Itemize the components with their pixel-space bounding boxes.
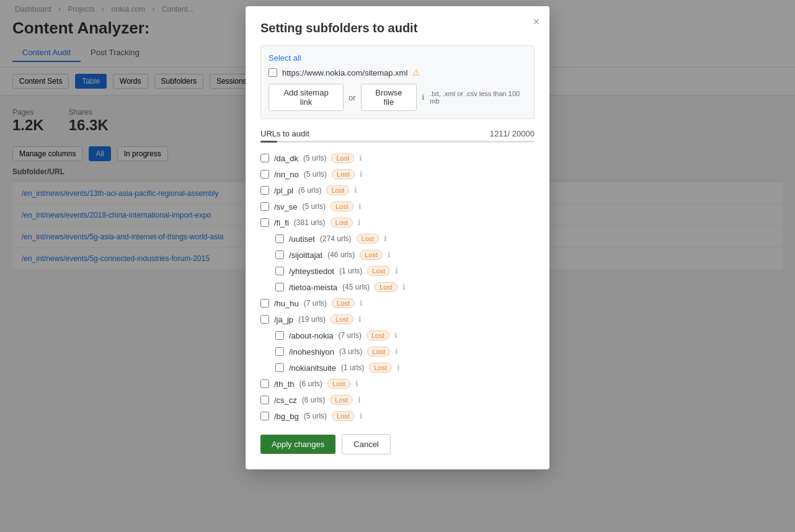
or-text: or [349,93,356,102]
subfolder-item-bg-bg: /bg_bg (5 urls) Lost ℹ [260,408,535,424]
urls-count: 1211/ 20000 [490,129,535,138]
subfolder-checkbox-th-th[interactable] [260,379,269,388]
urls-progress-bar-container [260,141,535,143]
add-sitemap-link-button[interactable]: Add sitemap link [269,84,344,111]
cancel-button[interactable]: Cancel [342,434,390,454]
sitemap-checkbox[interactable] [269,68,277,77]
subfolder-item-tietoa-meista: /tietoa-meista (45 urls) Lost ℹ [275,279,535,295]
subfolder-children-ja-jp: /about-nokia (7 urls) Lost ℹ /inoheshiyo… [260,327,535,376]
apply-changes-button[interactable]: Apply changes [260,435,335,454]
subfolder-item-inoheshiyon: /inoheshiyon (3 urls) Lost ℹ [275,344,535,360]
subfolder-item-uutiset: /uutiset (274 urls) Lost ℹ [275,231,535,247]
subfolder-checkbox-sv-se[interactable] [260,202,269,211]
subfolder-checkbox-uutiset[interactable] [275,234,284,243]
sitemap-url-row: https://www.nokia.com/sitemap.xml ⚠ [269,68,526,78]
file-hint-text: .txt, .xml or .csv less than 100 mb [430,90,526,105]
subfolder-item-cs-cz: /cs_cz (6 urls) Lost ℹ [260,392,535,408]
subfolder-checkbox-yhteystiedot[interactable] [275,267,284,275]
sitemap-section: Select all https://www.nokia.com/sitemap… [260,45,535,119]
subfolder-checkbox-bg-bg[interactable] [260,412,269,420]
sitemap-url-text: https://www.nokia.com/sitemap.xml [282,68,407,78]
subfolder-item-ja-jp: /ja_jp (19 urls) Lost ℹ [260,311,535,327]
subfolder-checkbox-tietoa-meista[interactable] [275,283,284,291]
subfolder-checkbox-sijoittajat[interactable] [275,250,284,259]
subfolder-item-th-th: /th_th (6 urls) Lost ℹ [260,376,535,392]
subfolder-item-da-dk: /da_dk (5 urls) Lost ℹ [260,150,535,166]
subfolder-item-sv-se: /sv_se (5 urls) Lost ℹ [260,198,535,215]
subfolder-checkbox-inoheshiyon[interactable] [275,347,284,356]
subfolder-checkbox-about-nokia[interactable] [275,331,284,340]
modal-title: Setting subfolders to audit [260,21,535,35]
subfolder-checkbox-cs-cz[interactable] [260,396,269,404]
urls-progress-fill [260,141,277,143]
subfolder-checkbox-ja-jp[interactable] [260,315,269,324]
subfolder-item-nn-no: /nn_no (5 urls) Lost ℹ [260,166,535,182]
urls-label: URLs to audit [260,129,309,138]
sitemap-actions: Add sitemap link or Browse file ℹ .txt, … [269,84,526,111]
modal-close-button[interactable]: × [533,16,540,27]
subfolder-checkbox-nokianitsuite[interactable] [275,363,284,372]
subfolder-item-sijoittajat: /sijoittajat (46 urls) Lost ℹ [275,247,535,263]
subfolder-item-nokianitsuite: /nokianitsuite (1 urls) Lost ℹ [275,360,535,376]
subfolder-checkbox-pl-pl[interactable] [260,186,269,195]
subfolder-item-yhteystiedot: /yhteystiedot (1 urls) Lost ℹ [275,263,535,279]
subfolder-checkbox-fi-fi[interactable] [260,218,269,227]
subfolder-checkbox-hu-hu[interactable] [260,299,269,308]
browse-info-icon: ℹ [422,93,425,102]
select-all-link[interactable]: Select all [269,53,301,63]
subfolder-item-pl-pl: /pl_pl (6 urls) Lost ℹ [260,182,535,198]
subfolder-item-about-nokia: /about-nokia (7 urls) Lost ℹ [275,327,535,344]
modal-footer: Apply changes Cancel [260,434,535,454]
subfolder-checkbox-nn-no[interactable] [260,170,269,179]
subfolder-list: /da_dk (5 urls) Lost ℹ /nn_no (5 urls) L… [260,150,535,424]
subfolder-item-fi-fi: /fi_fi (381 urls) Lost ℹ [260,215,535,231]
subfolder-checkbox-da-dk[interactable] [260,154,269,162]
urls-header: URLs to audit 1211/ 20000 [260,129,535,138]
subfolder-item-hu-hu: /hu_hu (7 urls) Lost ℹ [260,295,535,311]
browse-file-button[interactable]: Browse file [361,84,417,111]
sitemap-warning-icon: ⚠ [412,68,420,78]
subfolder-children-fi-fi: /uutiset (274 urls) Lost ℹ /sijoittajat … [260,231,535,295]
modal-dialog: Setting subfolders to audit × Select all… [246,6,549,469]
